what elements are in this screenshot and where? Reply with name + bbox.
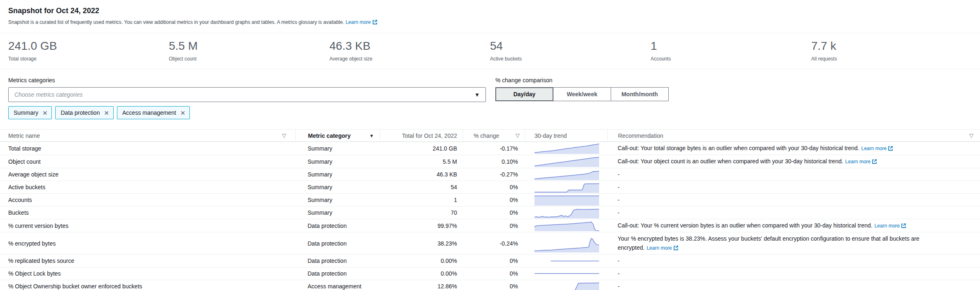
metric-change-cell: 0%: [463, 280, 525, 290]
recommendation-cell: Call-out: Your % current version bytes i…: [607, 219, 980, 232]
stat-all-requests: 7.7 k All requests: [811, 39, 972, 62]
trend-sparkline-chart: [534, 220, 599, 231]
column-header-trend: 30-day trend: [525, 130, 607, 142]
segment-week-week[interactable]: Week/week: [553, 87, 611, 101]
metric-change-cell: 0%: [463, 219, 525, 232]
column-header-recommendation[interactable]: Recommendation ▽: [607, 130, 980, 142]
column-header-metric-category[interactable]: Metric category ▼: [295, 130, 380, 142]
sort-descending-icon[interactable]: ▼: [369, 133, 374, 138]
filters-section: Metrics categories Choose metrics catego…: [0, 69, 980, 119]
trend-cell: [525, 267, 607, 280]
metric-name-cell: Active buckets: [0, 181, 295, 193]
trend-cell: [525, 255, 607, 267]
trend-sparkline-chart: [534, 143, 599, 154]
table-row: % encrypted bytes Data protection 38.23%…: [0, 232, 980, 255]
page-header: Snapshot for Oct 24, 2022 Snapshot is a …: [0, 0, 980, 33]
filter-icon[interactable]: ▽: [282, 132, 286, 139]
table-row: Object count Summary 5.5 M 0.10% Call-ou…: [0, 155, 980, 168]
metric-name-cell: Accounts: [0, 194, 295, 206]
stat-label: Total storage: [8, 56, 169, 62]
metric-category-cell: Summary: [295, 142, 380, 155]
metric-name-cell: % replicated bytes source: [0, 255, 295, 267]
metric-name-cell: Buckets: [0, 206, 295, 219]
table-row: % Object Lock bytes Data protection 0.00…: [0, 267, 980, 280]
learn-more-link[interactable]: Learn more: [845, 159, 877, 165]
table-row: Buckets Summary 70 0% -: [0, 206, 980, 219]
chevron-down-icon[interactable]: ▼: [474, 92, 480, 98]
table-row: Accounts Summary 1 0% -: [0, 194, 980, 206]
metric-change-cell: 0%: [463, 267, 525, 280]
metric-total-cell: 241.0 GB: [380, 142, 463, 155]
learn-more-link[interactable]: Learn more: [875, 223, 906, 229]
table-row: % replicated bytes source Data protectio…: [0, 255, 980, 267]
stat-value: 54: [490, 39, 651, 53]
learn-more-link[interactable]: Learn more: [861, 146, 893, 151]
stat-label: Average object size: [329, 56, 490, 62]
filter-icon[interactable]: ▽: [516, 132, 520, 139]
close-icon[interactable]: ✕: [42, 110, 48, 116]
metric-category-cell: Summary: [295, 155, 380, 168]
metric-name-cell: Object count: [0, 155, 295, 168]
metric-total-cell: 0.00%: [380, 267, 463, 280]
change-comparison-label: % change comparison: [495, 77, 669, 84]
recommendation-cell: Call-out: Your total storage bytes is an…: [607, 142, 980, 155]
page-description: Snapshot is a curated list of frequently…: [8, 19, 972, 26]
metric-change-cell: 0%: [463, 194, 525, 206]
trend-cell: [525, 206, 607, 219]
trend-sparkline-chart: [534, 255, 599, 267]
column-header-metric-name[interactable]: Metric name ▽: [0, 130, 295, 142]
metric-total-cell: 5.5 M: [380, 155, 463, 168]
metric-category-cell: Summary: [295, 206, 380, 219]
filter-icon[interactable]: ▽: [969, 132, 973, 139]
stat-label: Active buckets: [490, 56, 651, 62]
table-body: Total storage Summary 241.0 GB -0.17% Ca…: [0, 142, 980, 290]
trend-sparkline-chart: [534, 234, 599, 253]
stat-value: 1: [651, 39, 811, 53]
metric-category-cell: Data protection: [295, 232, 380, 254]
trend-sparkline-chart: [534, 281, 599, 290]
stat-value: 7.7 k: [811, 39, 972, 53]
segment-day-day[interactable]: Day/day: [495, 87, 553, 101]
trend-sparkline-chart: [534, 156, 599, 167]
metric-change-cell: 0.10%: [463, 155, 525, 168]
column-header-change[interactable]: % change ▽: [463, 130, 525, 142]
metric-category-cell: Access management: [295, 280, 380, 290]
metric-total-cell: 0.00%: [380, 255, 463, 267]
trend-cell: [525, 232, 607, 254]
trend-cell: [525, 142, 607, 155]
metric-category-cell: Data protection: [295, 267, 380, 280]
close-icon[interactable]: ✕: [104, 110, 109, 116]
metric-category-cell: Summary: [295, 194, 380, 206]
recommendation-cell: -: [607, 267, 980, 280]
metric-change-cell: -0.17%: [463, 142, 525, 155]
external-link-icon: [372, 19, 378, 25]
stat-value: 46.3 KB: [329, 39, 490, 53]
tag-access-management: Access management ✕: [117, 106, 190, 119]
metric-change-cell: 0%: [463, 206, 525, 219]
recommendation-cell: Your % encrypted bytes is 38.23%. Assess…: [607, 232, 980, 254]
metric-name-cell: % encrypted bytes: [0, 232, 295, 254]
close-icon[interactable]: ✕: [180, 110, 186, 116]
select-placeholder: Choose metrics categories: [14, 91, 474, 98]
overview-stats: 241.0 GB Total storage 5.5 M Object coun…: [0, 33, 980, 69]
metric-total-cell: 38.23%: [380, 232, 463, 254]
metric-total-cell: 12.86%: [380, 280, 463, 290]
trend-cell: [525, 168, 607, 181]
metric-category-cell: Summary: [295, 181, 380, 193]
metric-total-cell: 54: [380, 181, 463, 193]
metric-name-cell: Average object size: [0, 168, 295, 181]
metric-change-cell: -0.24%: [463, 232, 525, 254]
trend-cell: [525, 280, 607, 290]
metrics-categories-select[interactable]: Choose metrics categories ▼: [8, 87, 486, 102]
trend-cell: [525, 219, 607, 232]
column-header-total[interactable]: Total for Oct 24, 2022: [380, 130, 463, 142]
metric-change-cell: 0%: [463, 255, 525, 267]
segment-month-month[interactable]: Month/month: [611, 87, 669, 101]
trend-sparkline-chart: [534, 207, 599, 218]
metric-total-cell: 46.3 KB: [380, 168, 463, 181]
metric-category-cell: Data protection: [295, 219, 380, 232]
trend-sparkline-chart: [534, 169, 599, 180]
learn-more-link[interactable]: Learn more: [345, 19, 377, 25]
learn-more-link[interactable]: Learn more: [646, 245, 678, 251]
metrics-categories-label: Metrics categories: [8, 77, 486, 84]
